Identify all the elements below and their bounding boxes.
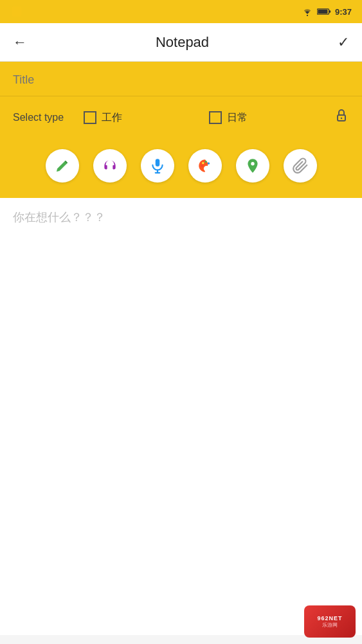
checkbox-work[interactable] [84,111,96,124]
svg-rect-3 [329,10,331,12]
select-type-label: Select type [13,112,84,123]
watermark-line1: 962NET [317,615,342,622]
svg-point-12 [204,161,206,163]
lock-icon [334,108,349,123]
status-time: 9:37 [335,7,352,17]
battery-icon [317,7,331,16]
headphone-icon [102,157,118,174]
palette-button[interactable] [188,149,222,183]
svg-point-6 [341,118,342,119]
pencil-button[interactable] [46,149,79,183]
status-bar-right: 9:37 [302,7,352,17]
status-bar-left [10,5,23,18]
status-bar: 9:37 [0,0,362,23]
location-icon [244,157,261,174]
content-placeholder: 你在想什么？？？ [13,211,105,224]
title-row [0,62,362,96]
attachment-icon [292,157,309,174]
location-button[interactable] [236,149,269,183]
type-option-work-label: 工作 [102,111,122,125]
svg-rect-4 [318,10,327,13]
mic-icon [149,157,166,174]
notification-icon [10,5,23,18]
svg-point-11 [202,162,204,164]
svg-rect-0 [12,7,22,17]
pencil-icon [54,157,71,174]
title-input[interactable] [13,73,349,87]
svg-point-10 [201,165,203,166]
toolbar-title: Notepad [156,34,209,51]
svg-point-14 [251,162,254,165]
svg-rect-7 [155,159,159,166]
type-option-daily-label: 日常 [227,111,248,125]
wifi-icon [302,7,313,16]
type-option-work[interactable]: 工作 [84,111,209,125]
app-toolbar: ← Notepad ✓ [0,23,362,62]
select-type-row: Select type 工作 日常 [0,96,362,139]
svg-point-1 [307,15,308,16]
watermark: 962NET 乐游网 [304,605,356,638]
attachment-button[interactable] [284,149,317,183]
content-area[interactable]: 你在想什么？？？ [0,198,362,635]
checkbox-daily[interactable] [209,111,222,124]
headphone-button[interactable] [93,149,127,183]
back-button[interactable]: ← [13,34,27,51]
svg-point-13 [207,163,209,165]
mic-button[interactable] [141,149,174,183]
watermark-line2: 乐游网 [322,622,338,629]
type-option-daily[interactable]: 日常 [209,111,334,125]
yellow-section: Select type 工作 日常 [0,62,362,198]
palette-icon [197,157,213,174]
check-button[interactable]: ✓ [338,34,349,51]
lock-button[interactable] [334,108,349,127]
icon-toolbar [0,139,362,198]
